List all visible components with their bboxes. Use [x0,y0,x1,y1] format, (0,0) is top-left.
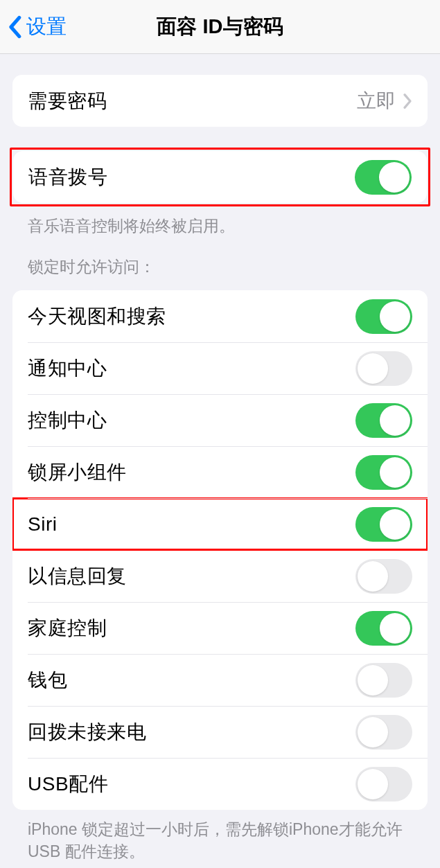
require-passcode-value: 立即 [357,88,396,114]
locked-access-row: 以信息回复 [12,550,428,602]
locked-access-label: 回拨未接来电 [28,719,146,745]
voice-dial-highlight: 语音拨号 [10,148,430,206]
require-passcode-value-wrap: 立即 [357,88,412,114]
back-button[interactable]: 设置 [7,13,67,41]
locked-access-footer: iPhone 锁定超过一小时后，需先解锁iPhone才能允许USB 配件连接。 [28,818,412,862]
locked-access-label: 锁屏小组件 [28,459,127,486]
locked-access-row: Siri [12,498,428,550]
locked-access-label: 今天视图和搜索 [28,303,166,330]
locked-access-row: 家庭控制 [12,602,428,654]
voice-dial-footer: 音乐语音控制将始终被启用。 [28,215,412,237]
locked-access-label: 以信息回复 [28,563,127,590]
locked-access-row: 锁屏小组件 [12,446,428,498]
locked-access-label: 通知中心 [28,355,107,382]
passcode-group: 需要密码 立即 [12,75,428,127]
locked-access-group: 今天视图和搜索通知中心控制中心锁屏小组件Siri以信息回复家庭控制钱包回拨未接来… [12,290,428,810]
locked-access-row: 回拨未接来电 [12,706,428,758]
locked-access-toggle[interactable] [355,767,412,801]
locked-access-row: 钱包 [12,654,428,706]
locked-access-row: 通知中心 [12,342,428,394]
locked-access-label: Siri [28,513,57,535]
locked-access-toggle[interactable] [355,351,412,386]
content: 需要密码 立即 语音拨号 音乐语音控制将始终被启用。 锁定时允许访问： 今天视图… [0,75,440,863]
locked-access-label: 控制中心 [28,407,107,434]
voice-dial-toggle[interactable] [355,160,412,195]
locked-access-toggle[interactable] [355,455,412,490]
locked-access-label: USB配件 [28,771,108,797]
page-title: 面容 ID与密码 [157,13,283,41]
require-passcode-row[interactable]: 需要密码 立即 [12,75,428,127]
voice-dial-group: 语音拨号 [13,151,427,203]
locked-access-toggle[interactable] [355,507,412,542]
voice-dial-row: 语音拨号 [13,151,427,203]
locked-access-row: USB配件 [12,758,428,810]
chevron-right-icon [403,93,412,109]
locked-access-toggle[interactable] [355,715,412,750]
locked-access-toggle[interactable] [355,299,412,334]
locked-access-toggle[interactable] [355,559,412,594]
back-label: 设置 [26,13,67,41]
require-passcode-label: 需要密码 [28,88,107,114]
chevron-left-icon [7,15,22,39]
navigation-bar: 设置 面容 ID与密码 [0,0,440,54]
locked-access-label: 家庭控制 [28,615,107,641]
locked-access-toggle[interactable] [355,611,412,646]
locked-access-toggle[interactable] [355,663,412,698]
locked-access-header: 锁定时允许访问： [28,256,412,278]
voice-dial-label: 语音拨号 [28,164,107,191]
locked-access-label: 钱包 [28,667,67,693]
locked-access-row: 控制中心 [12,394,428,446]
locked-access-row: 今天视图和搜索 [12,290,428,342]
locked-access-toggle[interactable] [355,403,412,438]
